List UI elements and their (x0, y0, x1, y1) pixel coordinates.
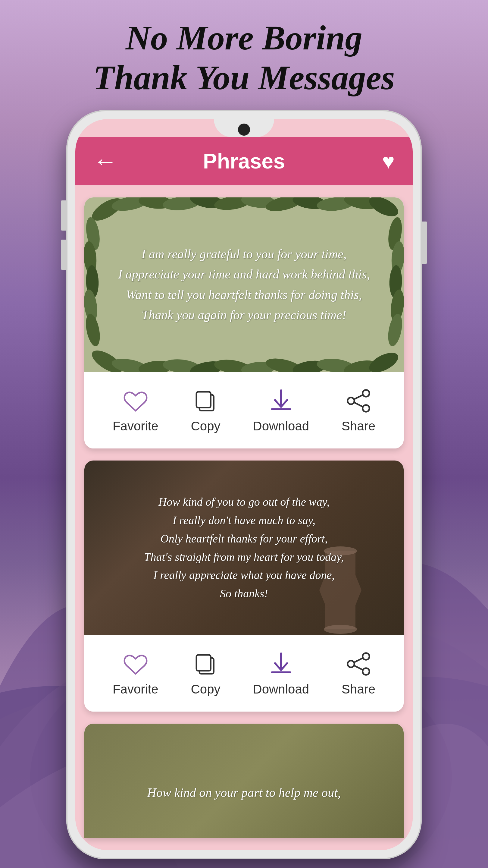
card-1-download-label: Download (253, 419, 309, 433)
card-2-text: How kind of you to go out of the way, I … (120, 475, 368, 621)
card-1-copy-button[interactable]: Copy (191, 387, 220, 433)
card-2-image: How kind of you to go out of the way, I … (84, 461, 404, 635)
svg-point-41 (363, 390, 369, 397)
card-1: I am really grateful to you for your tim… (84, 197, 404, 448)
phone-mockup: ← Phrases ♥ (0, 110, 488, 859)
card-2-share-button[interactable]: Share (341, 650, 375, 696)
volume-down-button (61, 240, 66, 270)
headline-line2: Thank You Messages (12, 58, 476, 98)
card-2-share-label: Share (341, 682, 375, 696)
svg-rect-40 (196, 392, 211, 408)
svg-point-50 (363, 653, 369, 660)
volume-up-button (61, 200, 66, 230)
phone-notch (214, 119, 274, 137)
phone-body: ← Phrases ♥ (66, 110, 422, 859)
svg-point-51 (348, 660, 355, 667)
card-1-image: I am really grateful to you for your tim… (84, 197, 404, 372)
copy-icon (192, 387, 219, 414)
svg-point-16 (367, 197, 401, 220)
favorite-icon-2 (122, 650, 149, 678)
favorite-header-button[interactable]: ♥ (382, 149, 395, 173)
card-2-actions: Favorite Copy (84, 635, 404, 712)
card-2: How kind of you to go out of the way, I … (84, 461, 404, 712)
svg-point-47 (324, 625, 357, 634)
card-2-copy-label: Copy (191, 682, 220, 696)
svg-point-42 (348, 397, 355, 404)
favorite-icon (122, 387, 149, 414)
card-2-favorite-label: Favorite (113, 682, 158, 696)
page-headline: No More Boring Thank You Messages (0, 0, 488, 110)
copy-icon-2 (192, 650, 219, 678)
svg-line-44 (354, 395, 363, 399)
card-2-download-label: Download (253, 682, 309, 696)
app-header: ← Phrases ♥ (75, 137, 413, 185)
svg-line-53 (354, 658, 363, 662)
back-button[interactable]: ← (93, 149, 118, 173)
card-1-share-button[interactable]: Share (341, 387, 375, 433)
svg-rect-49 (196, 655, 211, 671)
cards-container: I am really grateful to you for your tim… (75, 185, 413, 850)
card-1-share-label: Share (341, 419, 375, 433)
svg-point-28 (367, 349, 401, 372)
share-icon-2 (345, 650, 372, 678)
card-3-text: How kind on your part to help me out, (123, 747, 365, 815)
phone-screen: ← Phrases ♥ (75, 119, 413, 850)
power-button (422, 221, 427, 264)
card-1-copy-label: Copy (191, 419, 220, 433)
card-3-image: How kind on your part to help me out, (84, 724, 404, 838)
download-icon (267, 387, 295, 414)
headline-line1: No More Boring (12, 18, 476, 58)
card-1-favorite-button[interactable]: Favorite (113, 387, 158, 433)
app-title: Phrases (203, 149, 285, 173)
app-screen: ← Phrases ♥ (75, 119, 413, 850)
download-icon-2 (267, 650, 295, 678)
card-1-text: I am really grateful to you for your tim… (94, 226, 394, 343)
svg-line-45 (354, 402, 363, 407)
card-1-favorite-label: Favorite (113, 419, 158, 433)
card-1-download-button[interactable]: Download (253, 387, 309, 433)
card-2-download-button[interactable]: Download (253, 650, 309, 696)
card-1-actions: Favorite Copy (84, 372, 404, 448)
card-2-copy-button[interactable]: Copy (191, 650, 220, 696)
card-3: How kind on your part to help me out, (84, 724, 404, 838)
svg-point-43 (363, 405, 369, 412)
svg-line-54 (354, 665, 363, 670)
svg-point-52 (363, 668, 369, 675)
phone-camera (238, 124, 250, 135)
share-icon (345, 387, 372, 414)
card-2-favorite-button[interactable]: Favorite (113, 650, 158, 696)
